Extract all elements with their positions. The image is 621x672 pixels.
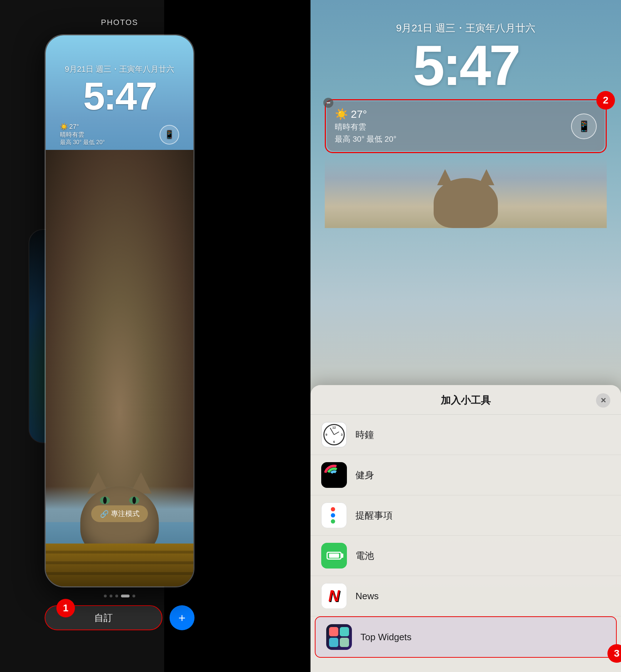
right-panel: 9月21日 週三・王寅年八月廿六 5:47 2 − ☀️ 27° 晴時有雲 最高… bbox=[310, 0, 621, 672]
tw-cell-4 bbox=[340, 638, 349, 647]
phone-weather-info: ☀️ 27° 晴時有雲 最高 30° 最低 20° bbox=[60, 123, 105, 146]
widget-minus-left[interactable]: − bbox=[323, 98, 333, 108]
dot-3 bbox=[115, 595, 118, 597]
sheet-title: 加入小工具 bbox=[441, 394, 491, 407]
widget-highlight-area: 2 − ☀️ 27° 晴時有雲 最高 30° 最低 20° 📱 − bbox=[325, 99, 607, 153]
phone-icon-small: 📱 bbox=[165, 130, 174, 139]
sheet-header: 加入小工具 ✕ bbox=[310, 394, 621, 415]
news-app-icon: N bbox=[321, 583, 347, 609]
sun-symbol: ☀️ bbox=[60, 123, 68, 131]
phone-date: 9月21日 週三・王寅年八月廿六 bbox=[56, 64, 183, 75]
cat-eye-right bbox=[129, 496, 139, 504]
topwidgets-app-name: Top Widgets bbox=[360, 632, 412, 643]
widget-weather-range: 最高 30° 最低 20° bbox=[335, 134, 397, 145]
weather-sun-icon: ☀️ 27° bbox=[60, 123, 105, 131]
widget-item-reminders[interactable]: 提醒事項 bbox=[310, 495, 621, 536]
badge-3: 3 bbox=[607, 644, 621, 663]
widget-weather-temp: ☀️ 27° bbox=[335, 108, 397, 120]
dot-5 bbox=[132, 595, 135, 597]
sheet-close-button[interactable]: ✕ bbox=[596, 393, 610, 408]
tw-cell-2 bbox=[340, 627, 349, 636]
lock-screen-background: 9月21日 週三・王寅年八月廿六 5:47 2 − ☀️ 27° 晴時有雲 最高… bbox=[310, 0, 621, 672]
cn-9: 9 bbox=[325, 433, 327, 436]
weather-desc-small: 晴時有雲 bbox=[60, 131, 105, 139]
tw-cell-1 bbox=[329, 627, 338, 636]
center-panel: PHOTOS 9月21日 週三・王寅年八月廿六 5:47 ☀️ 27° 晴時有雲… bbox=[36, 18, 203, 653]
widget-item-topwidgets[interactable]: Top Widgets bbox=[315, 617, 616, 657]
right-cat-head bbox=[434, 178, 498, 228]
cn-6: 6 bbox=[333, 440, 335, 444]
weather-widget-info: ☀️ 27° 晴時有雲 最高 30° 最低 20° bbox=[335, 108, 397, 145]
badge-1: 1 bbox=[56, 599, 75, 617]
battery-fill bbox=[329, 554, 339, 558]
news-app-name: News bbox=[355, 591, 379, 602]
widget-item-battery[interactable]: 電池 bbox=[310, 536, 621, 576]
phone-weather-row: ☀️ 27° 晴時有雲 最高 30° 最低 20° 📱 bbox=[56, 123, 183, 146]
r-row-2 bbox=[331, 513, 337, 517]
dot-2 bbox=[110, 595, 112, 597]
clock-face: 12 3 6 9 bbox=[323, 424, 345, 445]
phone-wallpaper: 9月21日 週三・王寅年八月廿六 5:47 ☀️ 27° 晴時有雲 最高 30°… bbox=[46, 35, 193, 586]
topwidgets-grid bbox=[326, 624, 352, 650]
topwidgets-app-icon bbox=[326, 624, 352, 650]
widget-sun-icon: ☀️ bbox=[335, 108, 348, 120]
photos-label: PHOTOS bbox=[101, 18, 138, 27]
news-flag: N bbox=[322, 583, 347, 609]
phone-time: 5:47 bbox=[56, 76, 183, 116]
r-row-3 bbox=[331, 519, 337, 524]
fitness-app-icon bbox=[321, 462, 347, 488]
wooden-dock bbox=[46, 544, 193, 586]
clock-app-icon: 12 3 6 9 bbox=[321, 422, 347, 448]
phone-icon-symbol: 📱 bbox=[577, 120, 591, 132]
cat-pupil-right bbox=[132, 497, 136, 504]
cat-eye-left bbox=[100, 496, 110, 504]
tw-cell-3 bbox=[329, 638, 338, 647]
phone-widget-circle-icon: 📱 bbox=[571, 113, 597, 139]
badge-2: 2 bbox=[596, 91, 615, 110]
phone-top-content: 9月21日 週三・王寅年八月廿六 5:47 ☀️ 27° 晴時有雲 最高 30°… bbox=[46, 35, 193, 146]
cn-12: 12 bbox=[332, 426, 336, 429]
weather-temp-small: 27° bbox=[69, 123, 79, 131]
clock-app-name: 時鐘 bbox=[355, 429, 374, 441]
widget-sheet: 加入小工具 ✕ 12 3 6 9 bbox=[310, 385, 621, 672]
dot-1 bbox=[104, 595, 107, 597]
battery-tip bbox=[341, 554, 343, 558]
r-dot-blue bbox=[331, 513, 335, 517]
news-n-letter: N bbox=[328, 587, 340, 605]
widget-item-news[interactable]: N News bbox=[310, 576, 621, 616]
dot-4-active bbox=[121, 595, 130, 597]
lock-time: 5:47 bbox=[325, 37, 607, 94]
battery-shape bbox=[327, 552, 342, 560]
reminder-list bbox=[329, 506, 339, 525]
cn-3: 3 bbox=[341, 433, 343, 436]
phone-frame: 9月21日 週三・王寅年八月廿六 5:47 ☀️ 27° 晴時有雲 最高 30°… bbox=[45, 34, 195, 587]
weather-range-small: 最高 30° 最低 20° bbox=[60, 139, 105, 146]
fitness-rings bbox=[323, 464, 345, 486]
page-indicators bbox=[104, 595, 135, 597]
widget-item-clock[interactable]: 12 3 6 9 時鐘 bbox=[310, 415, 621, 455]
focus-icon: 🔗 bbox=[100, 510, 109, 518]
fitness-app-name: 健身 bbox=[355, 469, 374, 481]
right-cat-area bbox=[325, 157, 607, 228]
focus-label: 專注模式 bbox=[111, 509, 140, 519]
widget-bar[interactable]: − ☀️ 27° 晴時有雲 最高 30° 最低 20° 📱 − bbox=[327, 101, 605, 151]
cat-pupil-left bbox=[103, 497, 107, 504]
r-dot-green bbox=[331, 519, 335, 524]
reminders-app-name: 提醒事項 bbox=[355, 509, 393, 522]
phone-widget-icon-small: 📱 bbox=[160, 125, 179, 145]
battery-app-icon bbox=[321, 543, 347, 569]
dock-plank-3 bbox=[46, 572, 193, 575]
dock-plank-1 bbox=[46, 551, 193, 554]
widget-item-fitness[interactable]: 健身 bbox=[310, 455, 621, 495]
dock-plank-2 bbox=[46, 561, 193, 564]
r-row-1 bbox=[331, 507, 337, 511]
focus-mode-button[interactable]: 🔗 專注模式 bbox=[91, 505, 148, 522]
add-button[interactable]: + bbox=[170, 605, 195, 630]
reminders-app-icon bbox=[321, 502, 347, 528]
r-dot-red bbox=[331, 507, 335, 511]
widget-item-topwidgets-container: Top Widgets 3 bbox=[315, 616, 617, 658]
widget-temp-value: 27° bbox=[351, 108, 367, 120]
battery-app-name: 電池 bbox=[355, 550, 374, 562]
widget-weather-desc: 晴時有雲 bbox=[335, 122, 397, 132]
topwidgets-highlight-border: Top Widgets bbox=[315, 616, 617, 658]
